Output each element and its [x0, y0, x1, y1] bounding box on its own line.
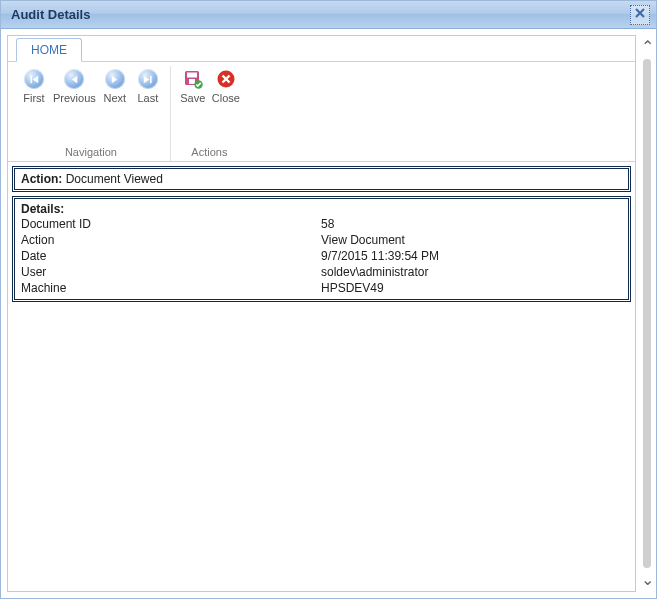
- titlebar: Audit Details: [1, 1, 656, 29]
- details-panel-header: Details:: [21, 202, 622, 216]
- scroll-thumb[interactable]: [643, 59, 651, 568]
- details-panel: Details: Document ID 58 Action View Docu…: [12, 196, 631, 302]
- detail-value: 9/7/2015 11:39:54 PM: [321, 248, 622, 264]
- close-label: Close: [212, 92, 240, 104]
- table-row: User soldev\administrator: [21, 264, 622, 280]
- ribbon-body: First Previous Next: [8, 62, 635, 162]
- details-table: Document ID 58 Action View Document Date…: [21, 216, 622, 296]
- ribbon-group-actions-label: Actions: [177, 143, 242, 161]
- close-button[interactable]: Close: [210, 66, 242, 143]
- scroll-down-icon: ⌄: [641, 572, 654, 588]
- tab-home[interactable]: HOME: [16, 38, 82, 62]
- last-label: Last: [137, 92, 158, 104]
- detail-label: User: [21, 264, 321, 280]
- svg-marker-4: [144, 75, 150, 82]
- action-panel-value: Document Viewed: [66, 172, 163, 186]
- detail-label: Machine: [21, 280, 321, 296]
- audit-details-window: Audit Details HOME: [0, 0, 657, 599]
- detail-value: HPSDEV49: [321, 280, 622, 296]
- svg-marker-2: [72, 75, 78, 82]
- svg-rect-0: [30, 75, 32, 82]
- svg-rect-8: [189, 79, 195, 84]
- previous-button[interactable]: Previous: [51, 66, 98, 143]
- save-button[interactable]: Save: [177, 66, 209, 143]
- detail-label: Date: [21, 248, 321, 264]
- svg-marker-1: [32, 75, 38, 82]
- next-button[interactable]: Next: [99, 66, 131, 143]
- ribbon-tabs: HOME: [8, 36, 635, 62]
- vertical-scrollbar[interactable]: ⌃ ⌄: [638, 35, 656, 592]
- previous-icon: [63, 68, 85, 90]
- svg-rect-5: [150, 75, 152, 82]
- last-button[interactable]: Last: [132, 66, 164, 143]
- last-icon: [137, 68, 159, 90]
- action-panel-label: Action:: [21, 172, 62, 186]
- svg-marker-3: [112, 75, 118, 82]
- first-label: First: [23, 92, 44, 104]
- detail-value: soldev\administrator: [321, 264, 622, 280]
- detail-value: 58: [321, 216, 622, 232]
- close-icon: [215, 68, 237, 90]
- next-icon: [104, 68, 126, 90]
- next-label: Next: [103, 92, 126, 104]
- table-row: Action View Document: [21, 232, 622, 248]
- table-row: Date 9/7/2015 11:39:54 PM: [21, 248, 622, 264]
- svg-rect-7: [187, 73, 197, 78]
- ribbon-group-navigation: First Previous Next: [12, 66, 171, 161]
- action-panel: Action: Document Viewed: [12, 166, 631, 192]
- content-column: HOME First: [7, 35, 636, 592]
- first-button[interactable]: First: [18, 66, 50, 143]
- ribbon-group-navigation-label: Navigation: [18, 143, 164, 161]
- table-row: Document ID 58: [21, 216, 622, 232]
- scroll-up-icon: ⌃: [641, 39, 654, 55]
- table-row: Machine HPSDEV49: [21, 280, 622, 296]
- scroll-track: [643, 59, 651, 568]
- save-label: Save: [180, 92, 205, 104]
- ribbon-group-actions: Save Close Actions: [171, 66, 248, 161]
- previous-label: Previous: [53, 92, 96, 104]
- window-title: Audit Details: [11, 7, 90, 22]
- detail-value: View Document: [321, 232, 622, 248]
- save-icon: [182, 68, 204, 90]
- body-area: HOME First: [1, 29, 656, 598]
- detail-label: Action: [21, 232, 321, 248]
- first-icon: [23, 68, 45, 90]
- detail-label: Document ID: [21, 216, 321, 232]
- panels: Action: Document Viewed Details: Documen…: [8, 162, 635, 310]
- close-icon: [634, 7, 646, 22]
- close-window-button[interactable]: [630, 5, 650, 25]
